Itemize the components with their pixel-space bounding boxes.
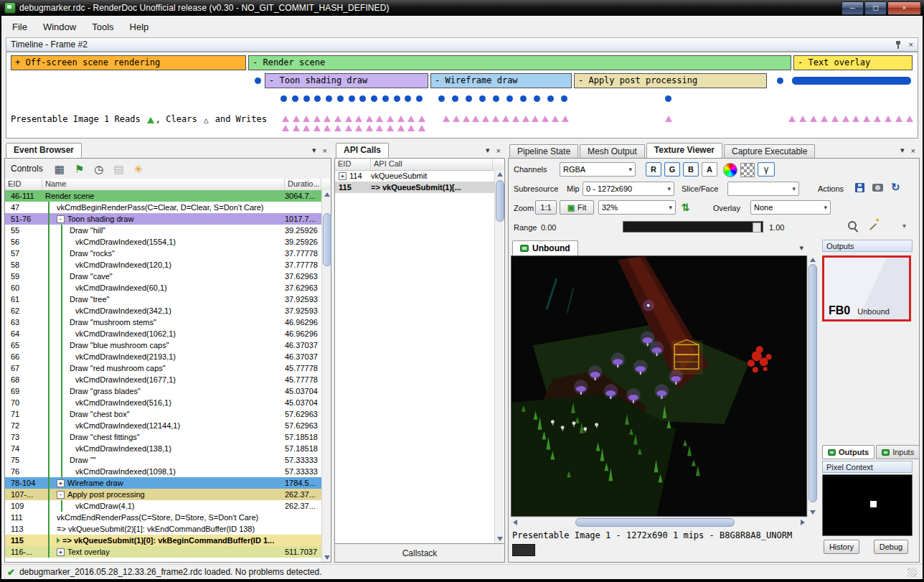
event-row[interactable]: 72vkCmdDrawIndexed(12144,1)57.62963 — [5, 420, 321, 431]
tab-pipeline-state[interactable]: Pipeline State — [509, 144, 578, 158]
event-row[interactable]: 66vkCmdDrawIndexed(2193,1)46.37037 — [5, 351, 321, 362]
event-row[interactable]: 116-...+Text overlay511.7037 — [5, 546, 321, 558]
event-row[interactable]: 70vkCmdDrawIndexed(516,1)45.03704 — [5, 397, 321, 408]
timeline-toggle-icon[interactable]: ▦ — [55, 164, 65, 174]
gamma-button[interactable]: γ — [758, 162, 775, 177]
timeline-band[interactable]: - Apply post processing — [574, 73, 767, 88]
event-row[interactable]: 74vkCmdDrawIndexed(138,1)57.18518 — [5, 443, 321, 454]
texture-hscrollbar[interactable] — [511, 517, 807, 526]
tab-inputs[interactable]: Inputs — [876, 445, 920, 459]
column-header[interactable]: Name — [42, 179, 285, 190]
event-row[interactable]: 78-104+Wireframe draw1784.5... — [5, 477, 321, 489]
event-row[interactable]: 75Draw ""57.33333 — [5, 454, 321, 466]
event-row[interactable]: 109vkCmdDraw(4,1)262.37... — [5, 500, 321, 512]
range-slider[interactable] — [623, 221, 763, 233]
checkerboard-background-icon[interactable] — [740, 163, 755, 177]
maximize-button[interactable]: ▢ — [864, 1, 887, 15]
timeline-band[interactable]: - Render scene — [248, 55, 791, 70]
event-row[interactable]: 69Draw "grass blades"45.03704 — [5, 385, 321, 397]
slice-face-dropdown[interactable]: ▾ — [727, 182, 799, 196]
tab-unbound-texture[interactable]: Unbound — [512, 240, 578, 255]
toolbar-overflow-icon[interactable]: ▾ — [902, 222, 906, 230]
event-row[interactable]: 76vkCmdDrawIndexed(1098,1)57.33333 — [5, 466, 321, 477]
event-row[interactable]: 67Draw "red mushroom caps"45.77778 — [5, 362, 321, 374]
menu-tools[interactable]: Tools — [84, 18, 121, 36]
history-button[interactable]: History — [824, 540, 859, 554]
event-row[interactable]: 62vkCmdDrawIndexed(342,1)37.92593 — [5, 305, 321, 316]
api-calls-scrollbar[interactable] — [494, 170, 504, 543]
event-row[interactable]: 115=> vkQueueSubmit(1)[0]: vkBeginComman… — [5, 535, 321, 546]
event-row[interactable]: 71Draw "chest box"57.62963 — [5, 408, 321, 420]
timeline-band[interactable]: - Wireframe draw — [430, 73, 572, 88]
range-slider-handle[interactable] — [753, 222, 761, 233]
column-header[interactable]: EID — [335, 159, 371, 170]
event-row[interactable]: 107-...-Apply post processing262.37... — [5, 489, 321, 500]
event-row[interactable]: 113=> vkQueueSubmit(2)[1]: vkEndCommandB… — [5, 523, 321, 535]
timeline-band[interactable]: - Toon shading draw — [265, 73, 428, 88]
close-button[interactable]: × — [887, 1, 921, 15]
column-header[interactable]: API Call — [371, 159, 493, 170]
event-row[interactable]: 60vkCmdDrawIndexed(60,1)37.62963 — [5, 282, 321, 294]
draw-marker-dots[interactable] — [438, 95, 567, 102]
save-icon[interactable] — [855, 183, 864, 192]
panel-menu-icon[interactable]: ▾ — [312, 146, 316, 155]
draw-marker-dots[interactable] — [280, 95, 423, 102]
time-draws-icon[interactable]: ◷ — [94, 164, 103, 174]
texture-vscrollbar[interactable] — [807, 255, 816, 517]
flip-y-icon[interactable]: ⇅ — [682, 202, 690, 213]
tab-mesh-output[interactable]: Mesh Output — [580, 144, 645, 158]
pixel-context-view[interactable] — [822, 474, 913, 536]
column-header[interactable]: EID — [5, 179, 42, 190]
channels-dropdown[interactable]: RGBA▾ — [560, 162, 636, 177]
expander-icon[interactable]: + — [57, 479, 65, 487]
bookmark-flag-icon[interactable]: ⚑ — [75, 164, 84, 174]
event-row[interactable]: 61Draw "tree"37.92593 — [5, 294, 321, 305]
panel-close-icon[interactable]: × — [911, 146, 915, 155]
color-wheel-icon[interactable] — [723, 163, 737, 177]
usage-triangles[interactable] — [665, 116, 674, 122]
refresh-icon[interactable]: ↻ — [891, 181, 900, 194]
expander-icon[interactable]: + — [57, 548, 65, 556]
callstack-section[interactable]: Callstack — [335, 543, 504, 562]
draw-marker-bar[interactable] — [792, 77, 911, 85]
api-call-row[interactable]: +114vkQueueSubmit — [335, 170, 494, 182]
panel-close-icon[interactable]: × — [496, 146, 501, 155]
tab-event-browser[interactable]: Event Browser — [6, 143, 82, 158]
panel-menu-icon[interactable]: ▾ — [900, 146, 905, 155]
tab-outputs[interactable]: Outputs — [822, 445, 874, 459]
zoom-1-1-button[interactable]: 1:1 — [535, 200, 557, 215]
autofit-wand-icon[interactable]: ✦ — [868, 220, 880, 231]
fb0-thumbnail[interactable]: FB0 Unbound — [822, 255, 911, 321]
zoom-level-combo[interactable]: 32%▾ — [598, 200, 676, 215]
event-row[interactable]: 68vkCmdDrawIndexed(1677,1)45.77778 — [5, 374, 321, 385]
texture-list-chevron-icon[interactable]: ▾ — [799, 243, 809, 255]
event-row[interactable]: 65Draw "blue mushroom caps"46.37037 — [5, 339, 321, 351]
channel-a-button[interactable]: A — [702, 162, 717, 177]
event-row[interactable]: 64vkCmdDrawIndexed(1062,1)46.96296 — [5, 328, 321, 339]
event-row[interactable]: 73Draw "chest fittings"57.18518 — [5, 431, 321, 443]
settings-star-icon[interactable]: ✳ — [134, 164, 143, 174]
timeline-close-icon[interactable]: × — [909, 40, 913, 49]
stats-icon[interactable]: ▤ — [113, 164, 123, 174]
fit-button[interactable]: ▣ Fit — [560, 200, 594, 215]
event-row[interactable]: 111vkCmdEndRenderPass(C=Store, D=Store, … — [5, 512, 321, 523]
resize-grip[interactable] — [908, 568, 917, 577]
snapshot-icon[interactable] — [872, 184, 883, 192]
column-header[interactable]: Duratio... — [285, 179, 321, 190]
expander-icon[interactable]: - — [57, 215, 65, 223]
panel-menu-icon[interactable]: ▾ — [486, 146, 490, 155]
timeline-band[interactable]: + Off-screen scene rendering — [11, 55, 246, 70]
tab-texture-viewer[interactable]: Texture Viewer — [646, 143, 722, 158]
event-row[interactable]: 56vkCmdDrawIndexed(1554,1)39.25926 — [5, 236, 321, 248]
menu-file[interactable]: File — [4, 18, 35, 36]
channel-g-button[interactable]: G — [664, 162, 680, 177]
event-row[interactable]: 58vkCmdDrawIndexed(120,1)37.77778 — [5, 259, 321, 271]
draw-marker-dots[interactable] — [665, 95, 671, 102]
usage-triangles[interactable] — [282, 125, 425, 131]
draw-marker-dots[interactable] — [777, 78, 783, 84]
usage-triangles[interactable] — [788, 116, 913, 122]
usage-triangles[interactable] — [443, 116, 569, 122]
timeline-header[interactable]: Timeline - Frame #2 × — [6, 37, 918, 52]
api-call-row[interactable]: 115=> vkQueueSubmit(1)[... — [335, 182, 494, 193]
usage-triangles[interactable] — [282, 116, 425, 122]
